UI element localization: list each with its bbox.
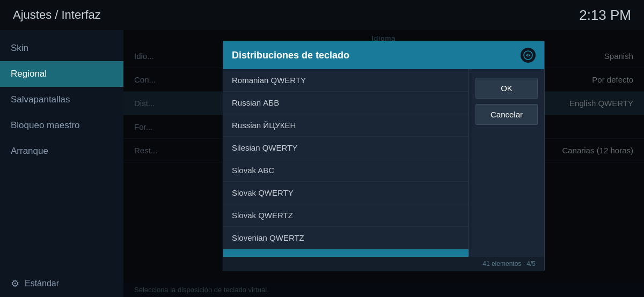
clock: 2:13 PM (579, 7, 631, 24)
list-item-russian-ytsu[interactable]: Russian ЙЦУКЕН (223, 114, 469, 137)
sidebar-item-regional[interactable]: Regional (0, 61, 123, 87)
modal-actions: OK Cancelar (469, 69, 544, 257)
content-wrapper: Idioma Idio... Spanish Con... Por defect… (123, 30, 644, 297)
list-item-russian-abb[interactable]: Russian АБВ (223, 92, 469, 114)
item-count: 41 elementos · 4/5 (482, 260, 536, 268)
sidebar-item-arranque[interactable]: Arranque (0, 138, 123, 164)
svg-point-0 (524, 51, 532, 60)
modal-header: Distribuciones de teclado (223, 41, 544, 69)
modal-list[interactable]: Romanian QWERTY Russian АБВ Russian ЙЦУК… (223, 69, 469, 257)
sidebar: Skin Regional Salvapantallas Bloqueo mae… (0, 30, 123, 297)
gear-icon: ⚙ (11, 278, 19, 289)
modal-overlay: Distribuciones de teclado Romanian QWERT… (123, 30, 644, 297)
sidebar-footer-label: Estándar (25, 279, 59, 288)
modal-dialog: Distribuciones de teclado Romanian QWERT… (223, 41, 545, 271)
kodi-icon (521, 48, 536, 63)
list-item-spanish-qwerty[interactable]: Spanish QWERTY (223, 249, 469, 257)
main-layout: Skin Regional Salvapantallas Bloqueo mae… (0, 30, 644, 297)
ok-button[interactable]: OK (475, 78, 538, 99)
list-item-slovenian[interactable]: Slovenian QWERTZ (223, 227, 469, 249)
page-title: Ajustes / Interfaz (13, 8, 101, 22)
list-item-silesian[interactable]: Silesian QWERTY (223, 137, 469, 159)
list-item-romanian[interactable]: Romanian QWERTY (223, 69, 469, 92)
modal-footer: 41 elementos · 4/5 (223, 257, 544, 271)
modal-title: Distribuciones de teclado (232, 50, 349, 61)
sidebar-item-salvapantallas[interactable]: Salvapantallas (0, 87, 123, 113)
list-item-slovak-qwerty[interactable]: Slovak QWERTY (223, 182, 469, 204)
sidebar-item-bloqueo[interactable]: Bloqueo maestro (0, 113, 123, 138)
sidebar-footer: ⚙ Estándar (0, 270, 123, 297)
list-item-slovak-qwertz[interactable]: Slovak QWERTZ (223, 204, 469, 227)
header: Ajustes / Interfaz 2:13 PM (0, 0, 644, 30)
modal-body: Romanian QWERTY Russian АБВ Russian ЙЦУК… (223, 69, 544, 257)
sidebar-item-skin[interactable]: Skin (0, 35, 123, 61)
list-item-slovak-abc[interactable]: Slovak ABC (223, 159, 469, 182)
cancel-button[interactable]: Cancelar (475, 104, 538, 125)
